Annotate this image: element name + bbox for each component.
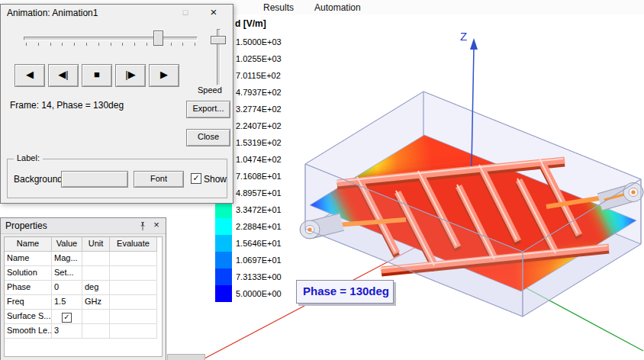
legend-swatch: [215, 218, 232, 235]
properties-close-icon[interactable]: ×: [150, 219, 163, 231]
prop-value[interactable]: 0: [52, 281, 82, 295]
prop-value[interactable]: 3: [52, 324, 82, 339]
table-row: Name Mag...: [5, 252, 162, 266]
legend-value: 3.3472E+01: [236, 205, 282, 214]
legend-swatch: [215, 201, 232, 218]
legend-value: 4.7937E+02: [236, 88, 282, 97]
animation-dialog: Animation: Animation1 □ × Speed ◀ ◀| ■ |…: [0, 4, 233, 204]
prop-name: Smooth Le...: [5, 324, 52, 339]
properties-title: Properties: [5, 220, 47, 231]
prop-name: Surface S...: [5, 310, 52, 324]
table-header-row: Name Value Unit Evaluate: [5, 237, 162, 252]
background-label: Background:: [14, 174, 65, 185]
column-header-evaluate: Evaluate: [110, 237, 157, 252]
background-color-button[interactable]: [61, 171, 128, 188]
step-back-button[interactable]: ◀|: [48, 64, 79, 87]
legend-value: 7.3133E+00: [236, 272, 282, 281]
frame-slider-ticks: [26, 43, 195, 46]
close-button[interactable]: Close: [186, 129, 230, 146]
label-groupbox: Label: Background: Font ✓ Show: [7, 159, 227, 198]
speed-slider-thumb[interactable]: [211, 36, 226, 44]
legend-entry: 1.5646E+01: [215, 235, 282, 252]
legend-value: 3.2774E+02: [236, 104, 282, 114]
phase-annotation: Phase = 130deg: [296, 280, 394, 304]
legend-value: 1.5000E+03: [236, 37, 282, 47]
dialog-title-bar: Animation: Animation1 □ ×: [1, 5, 233, 21]
prop-value[interactable]: Set...: [52, 266, 82, 281]
legend-entry: 5.0000E+00: [215, 285, 282, 302]
table-row: Freq 1.5 GHz: [5, 295, 162, 310]
prop-unit: GHz: [82, 295, 110, 310]
properties-grid: Name Value Unit Evaluate Name Mag... Sol…: [4, 236, 163, 357]
surface-smoothing-checkbox[interactable]: ✓: [62, 313, 72, 323]
prop-evaluate: [110, 310, 157, 324]
prop-unit: [82, 252, 110, 266]
z-axis-arrowhead: [470, 38, 478, 50]
legend-entry: 3.3472E+01: [215, 201, 282, 218]
label-groupbox-title: Label:: [14, 153, 43, 162]
pin-icon[interactable]: [137, 220, 149, 231]
column-header-unit: Unit: [82, 237, 110, 252]
legend-swatch: [215, 285, 232, 302]
stop-button[interactable]: ■: [82, 64, 112, 87]
legend-value: 1.0255E+03: [236, 54, 282, 63]
show-checkbox[interactable]: ✓: [191, 173, 201, 184]
legend-title: d [V/m]: [235, 18, 266, 29]
dialog-title: Animation: Animation1: [7, 8, 98, 18]
z-axis-label: Z: [460, 30, 467, 43]
legend-entry: 1.0697E+01: [215, 252, 282, 268]
prop-unit: [82, 310, 110, 324]
legend-entry: 2.2884E+01: [215, 218, 282, 235]
legend-swatch: [215, 235, 232, 252]
prop-unit: [82, 324, 110, 339]
properties-panel: Properties × Name Value Unit Evaluate Na…: [0, 217, 166, 360]
legend-swatch: [215, 252, 232, 268]
legend-value: 7.0115E+02: [236, 71, 281, 80]
legend-swatch: [215, 268, 232, 285]
prop-name: Name: [5, 252, 52, 266]
legend-value: 2.2884E+01: [236, 222, 282, 231]
maximize-button[interactable]: □: [176, 7, 195, 19]
prop-evaluate: [110, 281, 157, 295]
export-button[interactable]: Export...: [186, 101, 230, 118]
prop-value[interactable]: 1.5: [52, 295, 82, 310]
prop-evaluate: [110, 295, 157, 310]
legend-entry: 7.3133E+00: [215, 268, 282, 285]
show-checkbox-label: Show: [204, 174, 227, 185]
play-forward-button[interactable]: ▶: [149, 64, 179, 87]
prop-name: Phase: [5, 281, 52, 295]
prop-evaluate: [110, 324, 157, 339]
legend-value: 1.0697E+01: [236, 256, 282, 265]
column-header-value: Value: [52, 237, 82, 252]
step-forward-button[interactable]: |▶: [115, 64, 146, 87]
dialog-close-icon[interactable]: ×: [204, 5, 224, 19]
prop-value[interactable]: Mag...: [52, 252, 82, 266]
legend-value: 4.8957E+01: [236, 188, 282, 198]
frame-slider-track[interactable]: [24, 37, 198, 40]
legend-value: 7.1608E+01: [236, 172, 282, 181]
play-reverse-button[interactable]: ◀: [14, 64, 45, 87]
properties-title-bar: Properties ×: [1, 218, 166, 234]
table-row: Smooth Le... 3: [5, 324, 162, 339]
frame-status-text: Frame: 14, Phase = 130deg: [10, 100, 124, 111]
prop-unit: [82, 266, 110, 281]
table-row: Phase 0 deg: [5, 281, 162, 295]
table-row: Solution Set...: [5, 266, 162, 281]
column-header-name: Name: [5, 237, 52, 252]
prop-name: Freq: [5, 295, 52, 310]
prop-name: Solution: [5, 266, 52, 281]
table-row: Surface S... ✓: [5, 310, 162, 324]
hidden-panel-edge: [167, 354, 205, 360]
prop-value: ✓: [52, 310, 82, 324]
frame-slider-thumb[interactable]: [153, 31, 163, 46]
legend-value: 2.2407E+02: [236, 121, 282, 130]
prop-evaluate: [110, 252, 157, 266]
prop-evaluate: [110, 266, 157, 281]
speed-label: Speed: [198, 85, 222, 95]
prop-unit: deg: [82, 281, 110, 295]
legend-value: 1.5319E+02: [236, 138, 282, 147]
font-button[interactable]: Font: [134, 171, 184, 188]
legend-value: 1.5646E+01: [236, 239, 282, 248]
phase-annotation-text: Phase = 130deg: [297, 281, 393, 302]
legend-value: 5.0000E+00: [236, 289, 282, 298]
